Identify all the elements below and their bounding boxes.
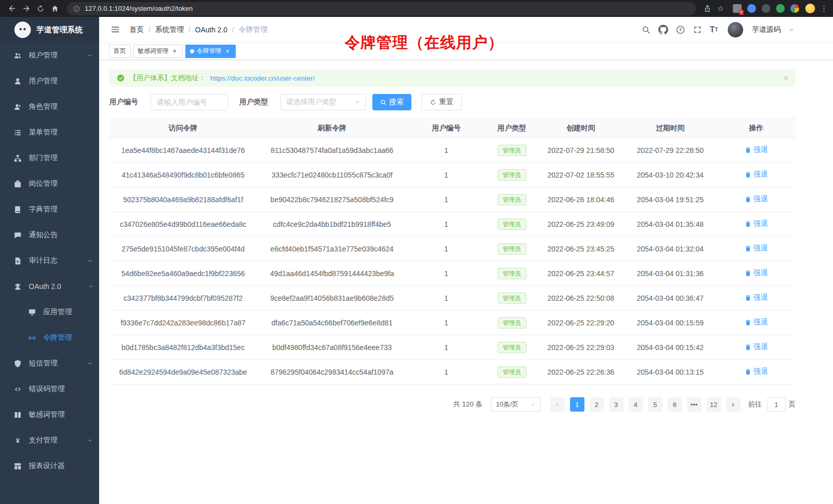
access-token-cell: c347026e805e4d99b0d116eae66eda8c — [109, 212, 257, 237]
breadcrumb-item[interactable]: 令牌管理 — [239, 25, 268, 34]
sidebar-item[interactable]: 岗位管理 › — [0, 171, 99, 197]
browser-profile-avatar[interactable] — [805, 4, 815, 13]
user-avatar[interactable] — [728, 22, 743, 37]
force-logout-button[interactable]: 强退 — [745, 195, 768, 204]
user-name[interactable]: 芋道源码 — [752, 25, 781, 34]
delete-icon — [745, 171, 751, 178]
page-button[interactable]: ••• — [687, 397, 702, 412]
force-logout-button[interactable]: 强退 — [745, 342, 768, 352]
force-logout-button[interactable]: 强退 — [745, 170, 768, 179]
user-id-input[interactable] — [150, 94, 228, 110]
extension-icon[interactable] — [747, 4, 756, 13]
force-logout-label: 强退 — [753, 342, 768, 352]
sidebar-item[interactable]: OAuth 2.0 › — [0, 274, 99, 299]
page-button[interactable]: 1 — [570, 397, 584, 412]
alert-text: 【用户体系】文档地址： — [129, 73, 206, 83]
sidebar-item-label: 菜单管理 — [29, 128, 58, 137]
tab-label: 首页 — [113, 47, 126, 55]
force-logout-button[interactable]: 强退 — [745, 268, 768, 278]
refresh-token-cell: 811c530487574fa0af1a59d3abc1aa66 — [257, 138, 407, 163]
page-button[interactable]: 2 — [590, 397, 604, 412]
user-type-select[interactable]: 请选择用户类型 — [280, 94, 366, 110]
page-tab[interactable]: 首页 × — [109, 45, 130, 58]
page-button[interactable]: 12 — [707, 397, 721, 412]
sidebar-item[interactable]: 字典管理 › — [0, 197, 99, 222]
hamburger-icon[interactable] — [110, 25, 120, 34]
page-button[interactable]: 6 — [668, 397, 682, 412]
close-icon[interactable]: × — [783, 74, 788, 83]
table-row: 1ea5e44f8bc1467aaede43144f31de76 811c530… — [109, 138, 796, 163]
page-button[interactable]: 3 — [609, 397, 623, 412]
reset-button[interactable]: 重置 — [422, 94, 462, 110]
sidebar-item[interactable]: 敏感词管理 › — [0, 402, 99, 428]
prev-page-button[interactable]: ‹ — [551, 397, 565, 412]
breadcrumb-item[interactable]: OAuth 2.0 — [195, 26, 228, 34]
page-tab[interactable]: 敏感词管理 × — [133, 45, 183, 58]
search-icon[interactable] — [641, 25, 651, 34]
total-count: 共 120 条 — [453, 400, 482, 409]
created-time-cell: 2022-07-02 18:55:55 — [538, 163, 623, 187]
chevron-down-icon[interactable] — [788, 27, 794, 33]
doc-link[interactable]: https://doc.iocoder.cn/user-center/ — [211, 74, 315, 82]
sidebar-item[interactable]: 通知公告 › — [0, 222, 99, 248]
font-size-icon[interactable]: TT — [710, 25, 718, 34]
url-text: 127.0.0.1:1024/system/oauth2/token — [85, 5, 193, 12]
page-size-select[interactable]: 10条/页 — [491, 397, 541, 412]
sidebar-item[interactable]: 角色管理 › — [0, 94, 99, 120]
search-button[interactable]: 搜索 — [372, 94, 411, 110]
sidebar-item[interactable]: 菜单管理 › — [0, 120, 99, 145]
tab-label: 令牌管理 — [197, 47, 221, 55]
extension-icon[interactable] — [790, 4, 799, 13]
force-logout-button[interactable]: 强退 — [745, 244, 768, 253]
page-button[interactable]: 4 — [629, 397, 643, 412]
sidebar-item[interactable]: 短信管理 › — [0, 351, 99, 376]
browser-menu-icon[interactable]: ⋮ — [820, 4, 828, 13]
page-tab[interactable]: 令牌管理 × — [185, 45, 236, 58]
force-logout-button[interactable]: 强退 — [745, 219, 768, 228]
breadcrumb-item[interactable]: 首页 — [129, 25, 144, 34]
force-logout-button[interactable]: 强退 — [745, 318, 768, 327]
sidebar-item[interactable]: 租户管理 › — [0, 43, 99, 68]
force-logout-button[interactable]: 强退 — [745, 293, 768, 302]
breadcrumb-item[interactable]: 系统管理 — [155, 25, 184, 34]
tab-close-icon[interactable]: × — [224, 48, 231, 55]
reload-button[interactable] — [34, 2, 47, 15]
refresh-token-cell: e6cfd40eb1f54571a31e775e039c4624 — [257, 237, 407, 261]
forward-button[interactable] — [20, 2, 33, 15]
sidebar-item-icon — [13, 257, 22, 265]
sidebar-item-icon — [13, 77, 22, 86]
sidebar-item[interactable]: 用户管理 › — [0, 68, 99, 94]
refresh-token-cell: cdfc4ce9c2da4bb1bdf21b9918ff4be5 — [257, 212, 407, 237]
extension-icon[interactable]: 0 — [733, 4, 742, 13]
column-header: 操作 — [717, 119, 796, 138]
bookmark-star-icon[interactable]: ☆ — [714, 3, 727, 15]
sidebar-item[interactable]: ¥ 支付管理 › — [0, 428, 99, 453]
page-button[interactable]: 5 — [648, 397, 662, 412]
token-table: 访问令牌刷新令牌用户编号用户类型创建时间过期时间操作 1ea5e44f8bc14… — [109, 119, 796, 384]
sidebar-item[interactable]: 应用管理 › — [0, 299, 99, 325]
sidebar-item[interactable]: 错误码管理 › — [0, 376, 99, 402]
sidebar-item[interactable]: 报表设计器 › — [0, 453, 99, 479]
sidebar-item[interactable]: 部门管理 › — [0, 145, 99, 171]
home-button[interactable] — [48, 2, 62, 15]
sidebar-item-label: 错误码管理 — [29, 384, 65, 394]
next-page-button[interactable]: › — [726, 397, 741, 412]
tab-close-icon[interactable]: × — [171, 48, 178, 55]
back-button[interactable] — [5, 2, 18, 15]
fullscreen-icon[interactable] — [693, 25, 702, 34]
sidebar-item[interactable]: 审计日志 › — [0, 248, 99, 274]
url-bar[interactable]: 127.0.0.1:1024/system/oauth2/token — [67, 2, 696, 15]
site-info-icon[interactable] — [73, 5, 80, 12]
force-logout-button[interactable]: 强退 — [745, 367, 768, 376]
question-icon[interactable]: ? — [676, 25, 685, 34]
refresh-token-cell: be90422b8c7946218275a508bf524fc9 — [257, 187, 407, 212]
sidebar-item[interactable]: 令牌管理 › — [0, 325, 99, 351]
sidebar-item-icon — [13, 51, 22, 60]
force-logout-button[interactable]: 强退 — [745, 145, 768, 154]
chevron-icon: › — [87, 54, 95, 57]
github-icon[interactable] — [658, 25, 668, 34]
goto-page-input[interactable] — [767, 397, 786, 412]
share-icon[interactable] — [701, 3, 713, 15]
extension-icon[interactable] — [762, 4, 770, 13]
extension-icon[interactable] — [776, 4, 785, 13]
